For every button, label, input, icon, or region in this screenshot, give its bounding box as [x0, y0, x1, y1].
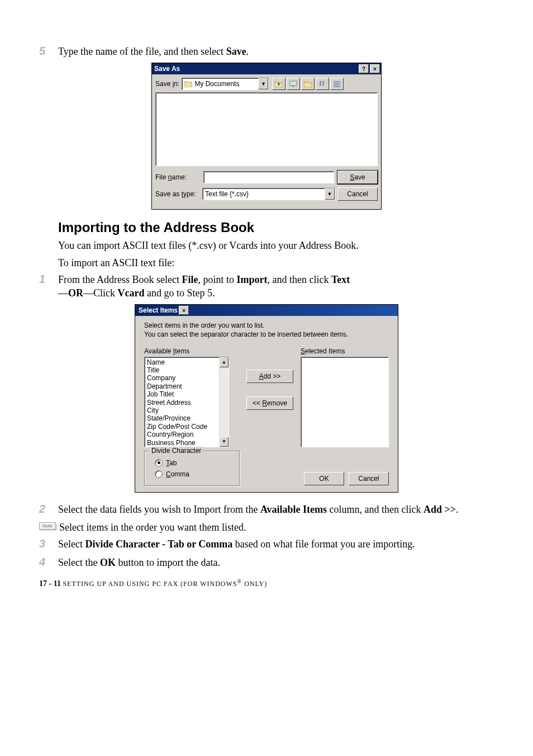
- dialog-titlebar: Save As ? ×: [152, 63, 381, 74]
- step-1: 1 From the Address Book select File, poi…: [39, 273, 494, 300]
- save-in-label: Save in:: [155, 80, 179, 88]
- step-number: 1: [39, 273, 58, 286]
- chevron-down-icon[interactable]: ▼: [325, 188, 335, 200]
- save-type-value: Text file {*.csv}: [205, 190, 249, 198]
- cancel-button[interactable]: Cancel: [337, 187, 378, 201]
- radio-icon: [155, 459, 163, 467]
- close-button[interactable]: ×: [370, 64, 380, 73]
- scroll-down-icon[interactable]: ▼: [220, 437, 229, 447]
- scroll-up-icon[interactable]: ▲: [220, 357, 229, 367]
- file-name-field[interactable]: [203, 171, 334, 183]
- file-name-label: File name:: [155, 173, 200, 181]
- select-items-dialog: Select Items × Select items in the order…: [135, 304, 398, 492]
- note-text: Select items in the order you want them …: [59, 521, 494, 534]
- remove-button[interactable]: << Remove: [246, 396, 293, 410]
- dialog-titlebar: Select Items ×: [135, 305, 398, 316]
- save-type-label: Save as type:: [155, 190, 200, 198]
- cancel-button[interactable]: Cancel: [349, 472, 389, 485]
- page-number: 17 - 11: [39, 579, 61, 588]
- selected-items-label: Selected Items: [301, 347, 389, 355]
- list-view-icon: [318, 81, 326, 87]
- list-item[interactable]: Country/Region: [147, 431, 217, 438]
- note: Note Select items in the order you want …: [39, 521, 494, 534]
- list-item[interactable]: City: [147, 407, 217, 414]
- new-folder-button[interactable]: [301, 78, 315, 90]
- save-type-combo[interactable]: Text file {*.csv} ▼: [202, 188, 335, 200]
- step-5: 5 Type the name of the file, and then se…: [39, 45, 494, 58]
- step-text: Type the name of the file, and then sele…: [58, 45, 494, 58]
- step-3: 3 Select Divide Character - Tab or Comma…: [39, 537, 494, 551]
- list-view-button[interactable]: [316, 78, 329, 90]
- list-item[interactable]: Department: [147, 382, 217, 390]
- close-button[interactable]: ×: [179, 306, 189, 315]
- add-button[interactable]: Add >>: [246, 370, 293, 383]
- selected-items-listbox[interactable]: [301, 357, 389, 447]
- chapter-title: SETTING UP AND USING PC FAX (FOR WINDOWS…: [63, 580, 267, 588]
- list-item[interactable]: State/Province: [147, 414, 217, 422]
- svg-rect-1: [292, 86, 294, 87]
- radio-comma[interactable]: Comma: [155, 470, 234, 478]
- svg-rect-0: [290, 81, 297, 86]
- details-view-icon: [333, 81, 341, 87]
- list-item[interactable]: Job Titlet: [147, 390, 217, 398]
- dialog-title: Save As: [154, 65, 180, 73]
- list-item[interactable]: Business Phone: [147, 439, 217, 447]
- save-in-combo[interactable]: My Documents ▼: [182, 78, 269, 90]
- list-item[interactable]: Zip Code/Post Code: [147, 423, 217, 431]
- chevron-down-icon[interactable]: ▼: [258, 78, 268, 89]
- radio-icon: [155, 470, 163, 478]
- save-as-dialog: Save As ? × Save in: My Documents ▼: [151, 63, 382, 210]
- step-text: Select the OK button to import the data.: [58, 556, 494, 569]
- list-item[interactable]: Name: [147, 358, 217, 366]
- list-item[interactable]: Title: [147, 366, 217, 374]
- help-button[interactable]: ?: [359, 64, 369, 73]
- step-number: 2: [39, 503, 58, 516]
- ok-button[interactable]: OK: [304, 472, 344, 485]
- step-number: 4: [39, 556, 58, 569]
- body-paragraph: You can import ASCII text files (*.csv) …: [58, 239, 494, 252]
- dialog-instructions: Select items in the order you want to li…: [144, 322, 389, 339]
- page-footer: 17 - 11 SETTING UP AND USING PC FAX (FOR…: [39, 578, 494, 588]
- up-folder-icon: [275, 81, 283, 87]
- section-heading: Importing to the Address Book: [58, 220, 494, 235]
- radio-tab[interactable]: Tab: [155, 459, 234, 467]
- step-text: From the Address Book select File, point…: [58, 273, 494, 300]
- available-items-listbox[interactable]: Name Title Company Department Job Titlet…: [144, 357, 229, 447]
- step-number: 5: [39, 45, 58, 58]
- save-button[interactable]: Save: [337, 171, 378, 184]
- desktop-icon: [289, 81, 297, 87]
- save-in-value: My Documents: [194, 80, 239, 88]
- list-item[interactable]: Street Address: [147, 399, 217, 407]
- step-2: 2 Select the data fields you wish to Imp…: [39, 503, 494, 516]
- file-list[interactable]: [155, 92, 378, 166]
- divide-character-group: Divide Character Tab Comma: [144, 451, 240, 486]
- folder-icon: [184, 81, 192, 87]
- step-text: Select the data fields you wish to Impor…: [58, 503, 494, 516]
- list-item[interactable]: Company: [147, 374, 217, 382]
- step-number: 3: [39, 537, 58, 550]
- details-view-button[interactable]: [330, 78, 344, 90]
- available-items-label: Available Items: [144, 347, 239, 355]
- scrollbar[interactable]: ▲ ▼: [219, 357, 229, 447]
- up-one-level-button[interactable]: [272, 78, 285, 90]
- step-4: 4 Select the OK button to import the dat…: [39, 556, 494, 569]
- note-icon: Note: [39, 522, 56, 530]
- group-legend: Divide Character: [149, 447, 203, 455]
- desktop-button[interactable]: [287, 78, 300, 90]
- new-folder-icon: [304, 81, 312, 87]
- body-paragraph: To import an ASCII text file:: [58, 256, 494, 270]
- step-text: Select Divide Character - Tab or Comma b…: [58, 537, 494, 551]
- dialog-title: Select Items: [139, 306, 178, 314]
